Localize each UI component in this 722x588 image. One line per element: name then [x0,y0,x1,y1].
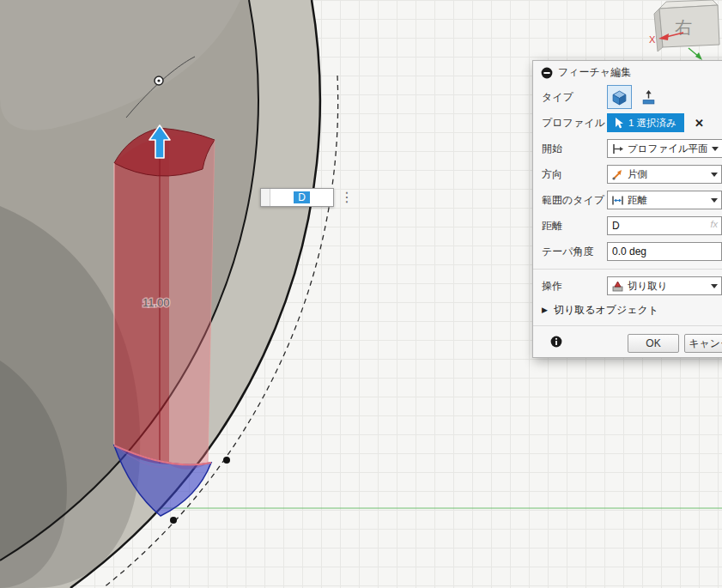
separator [533,325,722,326]
row-profile: プロファイル 1 選択済み ✕ [542,110,722,136]
extrude-thin-button[interactable] [636,85,661,109]
row-start: 開始 プロファイル平面 [542,136,722,161]
chevron-down-icon [711,284,718,288]
taper-angle-input[interactable] [607,242,722,261]
dimension-input-widget: D ⋮ [260,188,354,207]
direction-value: 片側 [628,168,707,181]
extent-type-value: 距離 [628,194,707,207]
profile-selection-chip[interactable]: 1 選択済み [607,113,684,132]
row-distance: 距離 fx [542,213,722,239]
row-direction: 方向 片側 [542,161,722,187]
extrude-solid-icon [611,89,628,106]
taper-angle-label: テーパ角度 [542,245,607,259]
objects-to-cut-label: 切り取るオブジェクト [554,303,658,318]
extrude-thin-icon [640,89,657,106]
sketch-vertex-1[interactable] [223,457,230,464]
operation-dropdown[interactable]: 切り取り [607,276,722,295]
distance-extent-icon [611,194,624,207]
start-label: 開始 [542,142,607,156]
profile-plane-icon [611,142,624,155]
row-type: タイプ [542,84,722,110]
row-taper: テーパ角度 [542,239,722,264]
viewcube[interactable]: 右 X [640,0,722,62]
dimension-input-box[interactable]: D [260,188,334,207]
clear-selection-icon[interactable]: ✕ [695,117,704,130]
ok-button[interactable]: OK [628,334,679,353]
expand-arrow-icon: ▶ [542,306,548,314]
separator [533,269,722,270]
direction-dropdown[interactable]: 片側 [607,165,722,184]
profile-selection-count: 1 選択済み [628,117,676,130]
objects-to-cut-section[interactable]: ▶ 切り取るオブジェクト [542,299,722,321]
start-dropdown[interactable]: プロファイル平面 [607,139,722,158]
row-operation: 操作 切り取り [542,273,722,299]
dimension-input-grip[interactable] [261,189,270,206]
dialog-title: フィーチャ編集 [558,65,631,80]
extent-type-dropdown[interactable]: 距離 [607,191,722,209]
distance-input[interactable] [607,216,722,235]
application-window: 11.00 D ⋮ 右 X [0,0,722,588]
distance-label: 距離 [542,219,607,233]
row-extent-type: 範囲のタイプ 距離 [542,187,722,213]
one-side-icon [611,168,624,181]
dimension-input-value[interactable]: D [294,191,310,203]
extrusion-side-face[interactable] [169,135,215,470]
info-icon[interactable] [550,336,562,350]
drag-handle-icon[interactable]: ⋮ [340,189,354,206]
chevron-down-icon [711,198,718,203]
cut-operation-icon [611,280,624,293]
cursor-icon [615,118,624,129]
operation-value: 切り取り [628,280,707,293]
operation-label: 操作 [542,279,607,294]
direction-label: 方向 [542,167,607,182]
x-axis-label: X [649,34,656,45]
dialog-header[interactable]: フィーチャ編集 [533,61,722,82]
extent-type-label: 範囲のタイプ [542,193,607,208]
sketch-point-center [157,79,160,82]
start-value: プロファイル平面 [628,142,708,155]
chevron-down-icon [711,173,718,177]
dialog-footer: OK キャンセル [542,330,722,357]
chevron-down-icon [712,147,719,151]
cancel-button[interactable]: キャンセル [684,334,722,353]
feature-edit-dialog: フィーチャ編集 タイプ [532,60,722,358]
dimension-label: 11.00 [143,296,170,309]
y-axis-arrowhead [695,52,702,60]
feature-edit-icon [541,67,553,79]
extrude-solid-button[interactable] [607,85,632,109]
type-label: タイプ [542,90,607,105]
profile-label: プロファイル [542,116,607,130]
sketch-vertex-2[interactable] [170,517,177,524]
